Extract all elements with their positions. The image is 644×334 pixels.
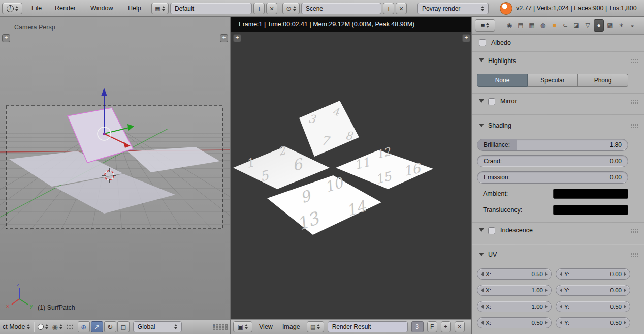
tab-modifiers[interactable]: ◪ <box>571 19 582 32</box>
image-browse-button[interactable]: ▤ <box>307 321 324 332</box>
mirror-checkbox[interactable] <box>488 98 495 105</box>
viewport-3d[interactable]: z y x Camera Persp (1) SurfPatch + + <box>0 17 230 319</box>
panel-grip[interactable] <box>631 253 639 258</box>
decrement-arrow-icon[interactable] <box>560 272 562 276</box>
region-expand-button[interactable]: + <box>233 34 241 42</box>
uv-panel-header[interactable]: UV <box>488 251 497 258</box>
image-editor[interactable]: 3 4 7 8 1 2 5 6 9 10 13 14 11 12 15 16 F… <box>230 17 471 319</box>
viewport-shading-dropdown[interactable] <box>38 324 48 330</box>
increment-arrow-icon[interactable] <box>624 305 626 309</box>
uv-y-field[interactable]: Y: 0.50 <box>556 301 630 312</box>
ambient-color-swatch[interactable] <box>553 189 628 199</box>
panel-expand-triangle[interactable] <box>479 228 484 232</box>
menu-image[interactable]: Image <box>279 320 303 334</box>
mode-dropdown[interactable]: ct Mode <box>3 323 30 330</box>
orientation-select[interactable]: Global <box>133 321 182 332</box>
decrement-arrow-icon[interactable] <box>560 305 562 309</box>
mirror-panel-header[interactable]: Mirror <box>500 98 517 105</box>
render-engine-select[interactable]: Povray render <box>417 3 489 14</box>
tab-scene[interactable]: ▦ <box>527 19 537 32</box>
manipulator-axis-button[interactable]: ⊕ <box>78 321 90 332</box>
menu-help[interactable]: Help <box>128 0 141 17</box>
scene-add-button[interactable]: + <box>383 3 394 14</box>
tab-particles[interactable]: ∗ <box>616 19 626 32</box>
layout-add-button[interactable]: + <box>253 3 265 14</box>
menu-window[interactable]: Window <box>90 0 113 17</box>
tab-physics[interactable]: ◒ <box>627 19 637 32</box>
menu-view[interactable]: View <box>256 320 276 334</box>
manipulator-scale-button[interactable]: ◻ <box>117 321 130 332</box>
menu-render[interactable]: Render <box>55 0 76 17</box>
region-expand-button[interactable]: + <box>2 34 10 42</box>
tab-material[interactable]: ● <box>594 19 604 32</box>
shading-panel-header[interactable]: Shading <box>488 122 511 129</box>
crand-slider[interactable]: Crand: 0.00 <box>477 155 628 167</box>
tab-object[interactable]: ■ <box>549 19 559 32</box>
uv-x-field[interactable]: X: 0.50 <box>477 317 552 328</box>
increment-arrow-icon[interactable] <box>624 288 626 292</box>
render-slot-field[interactable]: 3 <box>411 321 424 332</box>
render-result-canvas[interactable]: 3 4 7 8 1 2 5 6 9 10 13 14 11 12 15 16 <box>231 17 471 319</box>
decrement-arrow-icon[interactable] <box>481 288 484 292</box>
uv-y-field[interactable]: Y: 0.00 <box>556 268 630 280</box>
increment-arrow-icon[interactable] <box>545 321 548 325</box>
uv-y-field[interactable]: Y: 0.50 <box>556 317 630 328</box>
increment-arrow-icon[interactable] <box>545 272 548 276</box>
scene-delete-button[interactable]: × <box>396 3 407 14</box>
snap-grid-icon[interactable] <box>66 324 74 330</box>
tab-render[interactable]: ◉ <box>504 19 514 32</box>
decrement-arrow-icon[interactable] <box>560 288 562 292</box>
region-expand-button[interactable]: + <box>462 34 470 42</box>
editor-type-button[interactable]: ≡ <box>475 19 495 32</box>
decrement-arrow-icon[interactable] <box>560 321 562 325</box>
highlights-specular-button[interactable]: Specular <box>528 74 578 87</box>
layout-name-field[interactable]: Default <box>170 3 252 14</box>
viewport-canvas[interactable]: z y x <box>0 17 230 319</box>
menu-file[interactable]: File <box>31 0 42 17</box>
tab-constraints[interactable]: ⊂ <box>560 19 570 32</box>
layers-widget[interactable] <box>213 324 228 330</box>
uv-x-field[interactable]: X: 1.00 <box>477 285 552 296</box>
fake-user-button[interactable]: F <box>427 321 437 332</box>
panel-expand-triangle[interactable] <box>479 253 484 256</box>
decrement-arrow-icon[interactable] <box>481 305 484 309</box>
brilliance-slider[interactable]: Brilliance: 1.80 <box>477 139 628 151</box>
highlights-panel-header[interactable]: Highlights <box>488 57 516 65</box>
editor-type-button[interactable]: ▣ <box>233 321 252 332</box>
decrement-arrow-icon[interactable] <box>481 321 484 325</box>
uv-y-field[interactable]: Y: 0.00 <box>556 285 630 296</box>
scene-name-field[interactable]: Scene <box>301 3 381 14</box>
new-image-button[interactable]: + <box>441 321 451 332</box>
increment-arrow-icon[interactable] <box>545 305 548 309</box>
image-datablock-field[interactable]: Render Result <box>328 321 408 332</box>
panel-grip[interactable] <box>631 58 639 64</box>
uv-x-field[interactable]: X: 0.50 <box>477 268 552 280</box>
panel-expand-triangle[interactable] <box>479 58 484 62</box>
increment-arrow-icon[interactable] <box>624 272 626 276</box>
highlights-none-button[interactable]: None <box>477 74 528 87</box>
region-expand-button[interactable]: + <box>220 34 228 42</box>
emission-slider[interactable]: Emission: 0.00 <box>477 171 628 184</box>
translucency-color-swatch[interactable] <box>553 205 628 215</box>
panel-grip[interactable] <box>631 99 639 104</box>
scene-browse-button[interactable]: ⊙ <box>282 3 300 14</box>
highlights-phong-button[interactable]: Phong <box>578 74 628 87</box>
layout-browse-button[interactable]: ▦ <box>151 3 169 14</box>
manipulator-translate-button[interactable]: ↗ <box>91 321 103 332</box>
panel-expand-triangle[interactable] <box>479 99 484 103</box>
panel-grip[interactable] <box>631 228 639 233</box>
pivot-dropdown[interactable]: ◉ <box>52 323 62 331</box>
increment-arrow-icon[interactable] <box>624 321 626 325</box>
tab-render-layers[interactable]: ▤ <box>516 19 526 32</box>
unlink-image-button[interactable]: × <box>455 321 465 332</box>
tab-object-data[interactable]: ▽ <box>583 19 593 32</box>
iridescence-panel-header[interactable]: Iridescence <box>500 227 533 234</box>
panel-expand-triangle[interactable] <box>479 124 484 127</box>
increment-arrow-icon[interactable] <box>545 288 548 292</box>
tab-world[interactable]: ◍ <box>538 19 548 32</box>
decrement-arrow-icon[interactable] <box>481 272 484 276</box>
albedo-checkbox[interactable] <box>479 39 486 46</box>
layout-delete-button[interactable]: × <box>266 3 277 14</box>
tab-texture[interactable]: ▩ <box>605 19 615 32</box>
panel-grip[interactable] <box>631 124 639 129</box>
